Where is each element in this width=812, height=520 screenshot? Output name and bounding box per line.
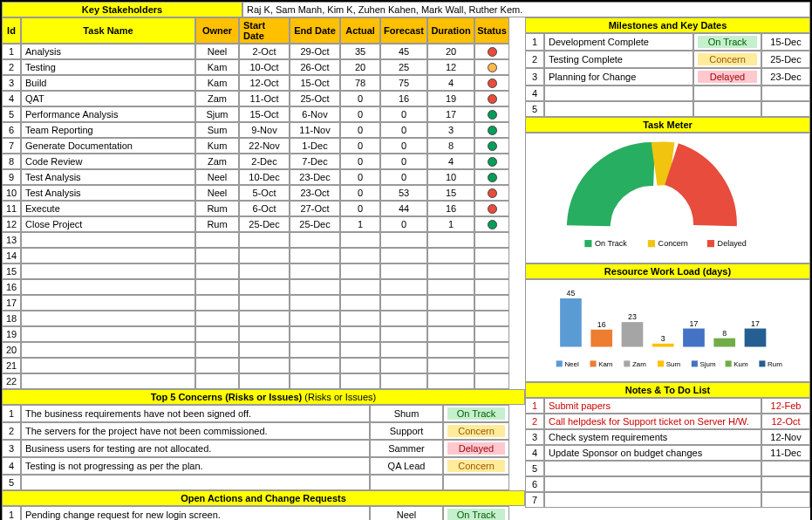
- milestone-cell[interactable]: 3: [525, 68, 544, 86]
- note-row[interactable]: 7: [525, 492, 810, 508]
- task-cell[interactable]: Sum: [195, 122, 239, 138]
- task-cell[interactable]: Code Review: [21, 154, 195, 169]
- list-cell[interactable]: Sammer: [370, 440, 443, 457]
- task-row[interactable]: 8Code ReviewZam2-Dec7-Dec004: [2, 154, 525, 169]
- task-cell[interactable]: 75: [380, 75, 427, 91]
- note-cell[interactable]: 6: [525, 476, 544, 492]
- task-cell[interactable]: [21, 358, 195, 373]
- task-cell[interactable]: [239, 279, 290, 295]
- milestone-cell[interactable]: 23-Dec: [761, 68, 810, 86]
- task-cell[interactable]: 9-Nov: [239, 122, 290, 138]
- task-cell[interactable]: [195, 279, 239, 295]
- milestone-cell[interactable]: 25-Dec: [761, 51, 810, 68]
- task-row[interactable]: 1AnalysisNeel2-Oct29-Oct354520: [2, 44, 525, 59]
- note-cell[interactable]: [544, 461, 761, 476]
- note-cell[interactable]: Call helpdesk for Support ticket on Serv…: [544, 414, 761, 429]
- task-cell[interactable]: [340, 263, 380, 279]
- task-cell[interactable]: Kam: [195, 75, 239, 91]
- task-cell[interactable]: [195, 248, 239, 263]
- task-cell[interactable]: [290, 326, 340, 342]
- task-cell[interactable]: [21, 326, 195, 342]
- note-cell[interactable]: 2: [525, 414, 544, 429]
- list-cell[interactable]: Shum: [370, 405, 443, 422]
- task-cell[interactable]: 11-Oct: [239, 91, 290, 106]
- milestone-cell[interactable]: [761, 86, 810, 101]
- task-cell[interactable]: [239, 311, 290, 326]
- milestone-row[interactable]: 3Planning for ChangeDelayed23-Dec: [525, 68, 810, 86]
- milestone-cell[interactable]: 1: [525, 33, 544, 51]
- task-row[interactable]: 5Performance AnalysisSjum15-Oct6-Nov0017: [2, 106, 525, 122]
- task-cell[interactable]: [195, 295, 239, 311]
- task-cell[interactable]: [195, 342, 239, 358]
- task-cell[interactable]: 23-Oct: [290, 185, 340, 201]
- note-cell[interactable]: 12-Nov: [761, 429, 810, 445]
- task-cell[interactable]: [239, 295, 290, 311]
- task-cell[interactable]: [290, 311, 340, 326]
- task-cell[interactable]: Kum: [195, 138, 239, 154]
- task-cell[interactable]: 7-Dec: [290, 154, 340, 169]
- task-row[interactable]: 3BuildKam12-Oct15-Oct78754: [2, 75, 525, 91]
- task-cell[interactable]: 0: [340, 154, 380, 169]
- note-cell[interactable]: [761, 492, 810, 508]
- note-cell[interactable]: Submit papers: [544, 398, 761, 414]
- task-cell[interactable]: [290, 232, 340, 248]
- task-cell[interactable]: [380, 232, 427, 248]
- task-cell[interactable]: 0: [380, 216, 427, 232]
- task-cell[interactable]: 25-Oct: [290, 91, 340, 106]
- milestone-cell[interactable]: Planning for Change: [544, 68, 693, 86]
- task-cell[interactable]: 25-Dec: [290, 216, 340, 232]
- task-cell[interactable]: [340, 248, 380, 263]
- task-cell[interactable]: Rum: [195, 216, 239, 232]
- list-cell[interactable]: 5: [2, 475, 21, 490]
- task-cell[interactable]: [380, 342, 427, 358]
- task-cell[interactable]: 2-Dec: [239, 154, 290, 169]
- task-cell[interactable]: [340, 232, 380, 248]
- task-cell[interactable]: [340, 311, 380, 326]
- note-row[interactable]: 6: [525, 476, 810, 492]
- task-row[interactable]: 9Test AnalysisNeel10-Dec23-Dec0010: [2, 169, 525, 185]
- task-cell[interactable]: [290, 279, 340, 295]
- list-cell[interactable]: 4: [2, 457, 21, 475]
- task-row[interactable]: 16: [2, 279, 525, 295]
- task-cell[interactable]: [239, 248, 290, 263]
- task-cell[interactable]: 0: [380, 154, 427, 169]
- task-cell[interactable]: 29-Oct: [290, 44, 340, 59]
- milestone-cell[interactable]: [544, 86, 693, 101]
- task-cell[interactable]: 10-Oct: [239, 59, 290, 75]
- task-cell[interactable]: 15-Oct: [239, 106, 290, 122]
- task-cell[interactable]: [239, 373, 290, 389]
- task-cell[interactable]: 0: [340, 91, 380, 106]
- list-cell[interactable]: Business users for testing are not alloc…: [21, 440, 370, 457]
- list-cell[interactable]: 1: [2, 506, 21, 520]
- note-cell[interactable]: [544, 476, 761, 492]
- task-cell[interactable]: [380, 326, 427, 342]
- note-cell[interactable]: 7: [525, 492, 544, 508]
- milestone-cell[interactable]: 2: [525, 51, 544, 68]
- milestone-cell[interactable]: [761, 101, 810, 117]
- task-row[interactable]: 14: [2, 248, 525, 263]
- task-cell[interactable]: [340, 279, 380, 295]
- task-cell[interactable]: [427, 326, 474, 342]
- task-cell[interactable]: 8: [427, 138, 474, 154]
- task-cell[interactable]: 26-Oct: [290, 59, 340, 75]
- task-cell[interactable]: 0: [380, 169, 427, 185]
- list-cell[interactable]: Concern: [443, 422, 509, 440]
- note-row[interactable]: 5: [525, 461, 810, 476]
- task-cell[interactable]: 25-Dec: [239, 216, 290, 232]
- task-cell[interactable]: 1: [427, 216, 474, 232]
- task-cell[interactable]: 27-Oct: [290, 201, 340, 216]
- task-cell[interactable]: Neel: [195, 169, 239, 185]
- list-cell[interactable]: [21, 475, 370, 490]
- task-cell[interactable]: Zam: [195, 154, 239, 169]
- note-row[interactable]: 4Update Sponsor on budget changes11-Dec: [525, 445, 810, 461]
- task-row[interactable]: 10Test AnalysisNeel5-Oct23-Oct05315: [2, 185, 525, 201]
- note-cell[interactable]: 5: [525, 461, 544, 476]
- task-cell[interactable]: 20: [427, 44, 474, 59]
- task-row[interactable]: 2TestingKam10-Oct26-Oct202512: [2, 59, 525, 75]
- task-cell[interactable]: Neel: [195, 185, 239, 201]
- task-cell[interactable]: [340, 295, 380, 311]
- task-cell[interactable]: 19: [427, 91, 474, 106]
- task-row[interactable]: 22: [2, 373, 525, 389]
- task-cell[interactable]: 4: [427, 154, 474, 169]
- task-cell[interactable]: [340, 326, 380, 342]
